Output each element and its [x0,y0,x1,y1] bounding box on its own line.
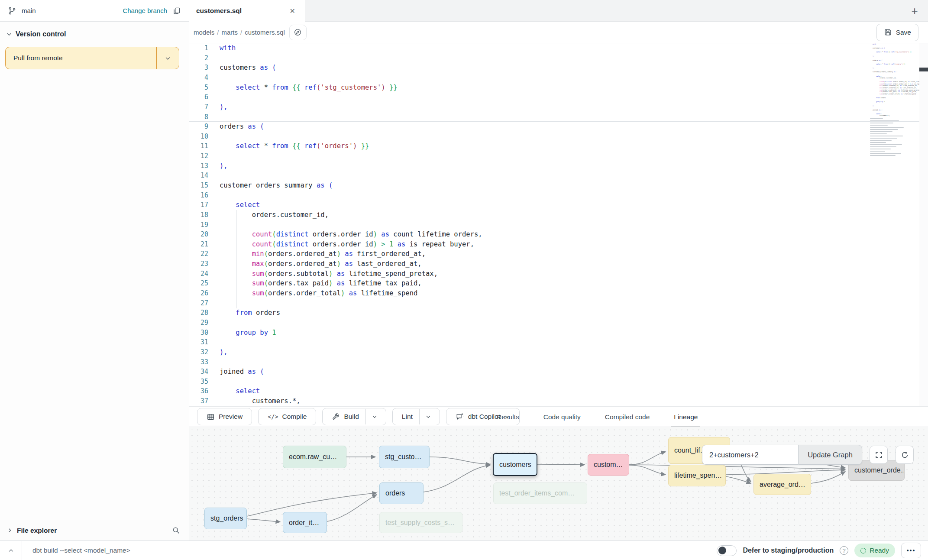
main-area: customers.sql ✕ + models/marts/customers… [189,0,928,541]
update-graph-button[interactable]: Update Graph [798,445,862,465]
compass-icon[interactable] [289,25,307,40]
lineage-node-test-supply-costs[interactable]: test_supply_costs_s… [379,512,462,533]
command-input[interactable]: dbt build --select <model_name> [32,547,130,554]
preview-button[interactable]: Preview [197,408,252,425]
save-button[interactable]: Save [876,24,918,41]
code-line[interactable]: 7), [189,102,928,112]
code-line[interactable]: 11 select * from {{ ref('orders') }} [189,141,928,151]
tab-lineage[interactable]: Lineage [671,407,700,427]
code-line[interactable]: 8 [189,112,928,122]
editor-scrollbar[interactable] [919,43,928,406]
tab-bar: customers.sql ✕ + [189,0,928,22]
code-line[interactable]: 33 [189,357,928,367]
version-control-header[interactable]: Version control [0,22,189,44]
code-line[interactable]: 19 [189,220,928,230]
code-line[interactable]: 3customers as ( [189,63,928,73]
build-dropdown-caret[interactable] [365,409,383,424]
code-line[interactable]: 9orders as ( [189,122,928,132]
lint-dropdown-caret[interactable] [419,409,437,424]
minimap-skeleton [870,138,897,139]
minimap-skeleton [870,133,887,134]
code-line[interactable]: 18 orders.customer_id, [189,210,928,220]
git-branch-icon [6,5,18,17]
code-line[interactable]: 5 select * from {{ ref('stg_customers') … [189,83,928,93]
editor-minimap[interactable]: 1with23customers as (45 select * from {{… [869,43,905,156]
lint-button[interactable]: Lint [392,408,440,425]
code-line[interactable]: 4 [189,73,928,83]
code-line[interactable]: 34joined as ( [189,367,928,377]
pull-from-remote-button[interactable]: Pull from remote [5,47,179,69]
code-lines: 1with23customers as (45 select * from {{… [189,43,928,406]
fullscreen-button[interactable] [870,446,888,464]
compile-button[interactable]: </> Compile [258,408,316,425]
tab-results[interactable]: Results [494,407,522,427]
defer-toggle[interactable] [717,545,737,556]
lineage-node-ecom-raw-customers[interactable]: ecom.raw_cu… [283,446,346,468]
refresh-button[interactable] [896,446,914,464]
table-icon [207,413,215,421]
search-icon[interactable] [170,524,182,536]
code-line[interactable]: 27 [189,298,928,308]
tab-code-quality[interactable]: Code quality [541,407,583,427]
code-line[interactable]: 17 select [189,200,928,210]
tab-customers-sql[interactable]: customers.sql ✕ [189,0,305,22]
code-line[interactable]: 31 [189,337,928,347]
code-line[interactable]: 23 max(orders.ordered_at) as last_ordere… [189,259,928,269]
code-line[interactable]: 21 count(distinct orders.order_id) > 1 a… [189,240,928,249]
lineage-canvas[interactable]: ecom.raw_cu…stg_custo…customerscustom…co… [189,427,928,541]
code-line[interactable]: 28 from orders [189,308,928,318]
change-branch-link[interactable]: Change branch [123,7,167,14]
minimap-skeleton [870,127,904,128]
lineage-node-orders[interactable]: orders [379,482,424,504]
code-line[interactable]: 14 [189,171,928,181]
lineage-node-customers-agg[interactable]: custom… [588,454,629,476]
expand-panel-button[interactable] [0,541,22,560]
code-line[interactable]: 37 customers.*, [189,396,928,406]
code-line[interactable]: 26 sum(orders.order_total) as lifetime_s… [189,288,928,298]
code-line[interactable]: 35 [189,377,928,387]
code-line[interactable]: 2 [189,53,928,63]
lineage-node-customers[interactable]: customers [493,453,537,476]
code-line[interactable]: 24 sum(orders.subtotal) as lifetime_spen… [189,269,928,279]
minimap-skeleton [870,123,893,123]
code-line[interactable]: 32), [189,347,928,357]
code-line[interactable]: 12 [189,151,928,161]
code-editor[interactable]: 1with23customers as (45 select * from {{… [189,43,928,406]
code-line[interactable]: 25 sum(orders.tax_paid) as lifetime_tax_… [189,278,928,288]
build-button[interactable]: Build [322,408,386,425]
copy-icon[interactable] [171,5,183,17]
minimap-skeleton [870,129,898,130]
code-line[interactable]: 13), [189,161,928,171]
sidebar: main Change branch Version control Pull … [0,0,189,541]
lineage-node-stg-orders[interactable]: stg_orders [204,508,247,529]
breadcrumb-bar: models/marts/customers.sql Save [189,22,928,43]
code-line[interactable]: 6 [189,92,928,102]
code-line[interactable]: 36 select [189,386,928,396]
code-line[interactable]: 20 count(distinct orders.order_id) as co… [189,230,928,240]
code-line[interactable]: 1with [189,43,928,53]
lineage-node-lifetime-spend[interactable]: lifetime_spen… [668,465,726,486]
lineage-node-average-order[interactable]: average_ord… [753,474,811,495]
graph-search-input[interactable] [702,445,798,465]
new-tab-button[interactable]: + [907,3,922,18]
code-line[interactable]: 16 [189,191,928,201]
code-line[interactable]: 22 min(orders.ordered_at) as first_order… [189,249,928,259]
pull-dropdown-caret[interactable] [156,47,179,69]
more-options-button[interactable]: ••• [901,543,921,558]
result-tabs: ResultsCode qualityCompiled codeLineage [494,407,700,427]
tab-compiled-code[interactable]: Compiled code [602,407,652,427]
close-icon[interactable]: ✕ [287,6,298,16]
code-line[interactable]: 10 [189,132,928,142]
lineage-node-test-order-items[interactable]: test_order_items_com… [493,482,587,504]
chevron-up-icon [8,547,14,554]
help-icon[interactable]: ? [840,546,848,555]
lineage-node-stg-customers[interactable]: stg_custo… [379,446,430,468]
defer-label: Defer to staging/production [743,547,834,554]
file-explorer-row[interactable]: File explorer [0,520,189,541]
code-line[interactable]: 29 [189,318,928,328]
code-line[interactable]: 15customer_orders_summary as ( [189,181,928,191]
lineage-node-order-items[interactable]: order_it… [283,512,327,533]
code-line[interactable]: 30 group by 1 [189,328,928,338]
scrollbar-thumb[interactable] [919,68,928,71]
chevron-down-icon [165,55,171,62]
